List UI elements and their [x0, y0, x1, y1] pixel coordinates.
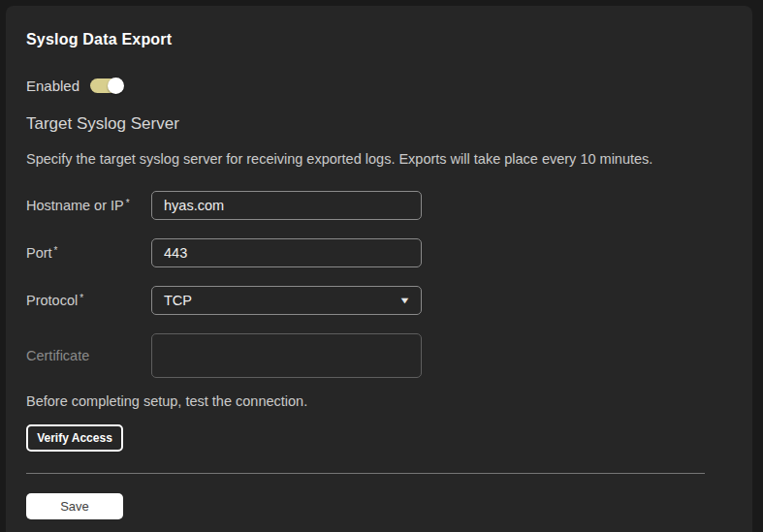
section-description: Specify the target syslog server for rec… — [26, 151, 732, 168]
required-marker: * — [126, 198, 130, 208]
port-row: Port* — [26, 238, 732, 267]
hostname-label-text: Hostname or IP — [26, 198, 124, 213]
port-input[interactable] — [151, 238, 422, 267]
enabled-label: Enabled — [26, 78, 79, 94]
toggle-knob-icon — [108, 78, 124, 94]
protocol-row: Protocol* TCP ▼ — [26, 286, 732, 315]
page-title: Syslog Data Export — [26, 31, 732, 48]
enabled-toggle[interactable] — [90, 78, 123, 93]
hostname-label: Hostname or IP* — [26, 198, 151, 213]
certificate-row: Certificate — [26, 333, 732, 378]
port-label-text: Port — [26, 245, 52, 261]
protocol-label: Protocol* — [26, 293, 151, 308]
certificate-input — [151, 333, 422, 378]
protocol-select[interactable]: TCP ▼ — [151, 286, 422, 315]
enabled-row: Enabled — [26, 78, 732, 94]
protocol-label-text: Protocol — [26, 293, 78, 308]
hostname-row: Hostname or IP* — [26, 191, 732, 220]
chevron-down-icon: ▼ — [398, 297, 410, 305]
port-label: Port* — [26, 245, 151, 261]
certificate-label: Certificate — [26, 348, 151, 363]
required-marker: * — [54, 245, 58, 256]
hostname-input[interactable] — [151, 191, 422, 220]
verify-access-button[interactable]: Verify Access — [26, 424, 123, 452]
required-marker: * — [79, 293, 83, 303]
connection-test-note: Before completing setup, test the connec… — [26, 393, 732, 409]
section-heading: Target Syslog Server — [26, 114, 732, 134]
protocol-selected-value: TCP — [164, 293, 192, 308]
divider — [26, 473, 705, 474]
save-button[interactable]: Save — [26, 493, 123, 519]
syslog-export-panel: Syslog Data Export Enabled Target Syslog… — [6, 6, 752, 532]
